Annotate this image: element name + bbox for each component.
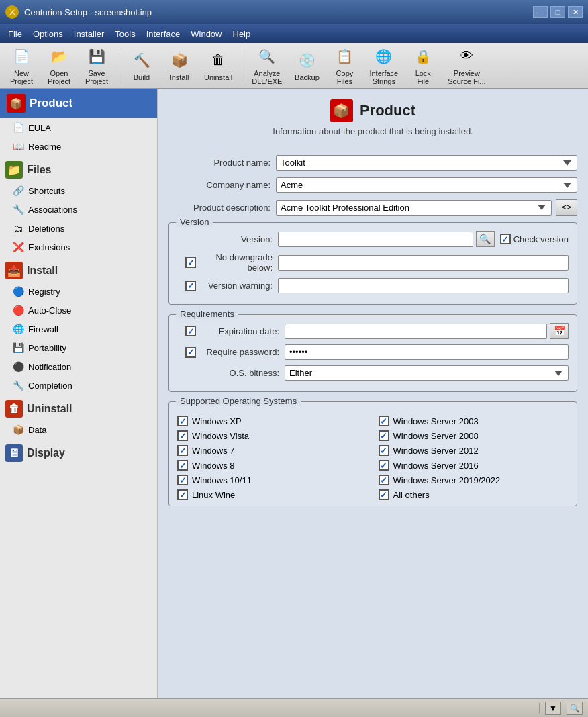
winserver2003-checkbox[interactable] [379,416,389,426]
content-subtitle: Information about the product that is be… [273,126,473,136]
backup-label: Backup [295,73,320,81]
analyze-dll-button[interactable]: 🔍 AnalyzeDLL/EXE [247,42,287,89]
sidebar-item-completion-label: Completion [28,381,72,391]
product-name-control: Toolkit [276,155,577,171]
winserver2012-checkbox[interactable] [379,445,389,456]
save-project-icon: 💾 [86,46,107,67]
sidebar-item-auto-close[interactable]: 🔴 Auto-Close [0,301,157,320]
menu-help[interactable]: Help [228,27,256,41]
menu-tools[interactable]: Tools [109,27,140,41]
sidebar-item-associations[interactable]: 🔧 Associations [0,200,157,219]
sidebar-item-readme[interactable]: 📖 Readme [0,137,157,156]
save-project-button[interactable]: 💾 SaveProject [79,42,114,89]
win7-checkbox[interactable] [177,445,188,456]
lock-file-icon: 🔒 [412,46,434,67]
preview-source-button[interactable]: 👁 PreviewSource Fi... [443,42,490,89]
version-warning-check-cell [177,281,204,291]
requirements-group: Requirements Expiration date: 12/21/2017… [168,314,577,392]
winvista-checkbox[interactable] [177,430,188,441]
sidebar-item-notification[interactable]: ⚫ Notification [0,357,157,376]
sidebar-item-deletions[interactable]: 🗂 Deletions [0,219,157,238]
expiration-input[interactable]: 12/21/2017 [285,324,547,339]
win8-checkbox[interactable] [177,460,188,471]
menu-file[interactable]: File [3,27,28,41]
company-name-row: Company name: Acme [168,177,577,193]
build-button[interactable]: 🔨 Build [124,46,159,85]
sidebar-section-display[interactable]: 🖥 Display [0,439,157,465]
sidebar-item-firewall[interactable]: 🌐 Firewall [0,320,157,338]
product-section-icon: 📦 [7,94,26,113]
company-name-select[interactable]: Acme [276,177,577,193]
version-browse-button[interactable]: 🔍 [476,231,495,247]
exclusions-icon: ❌ [12,241,24,253]
expression-button[interactable]: <> [556,199,577,216]
open-project-button[interactable]: 📂 OpenProject [42,42,77,89]
title-bar-text: Centurion Setup - screenshot.inp [24,7,528,17]
data-icon: 📦 [12,424,24,436]
menu-installer[interactable]: Installer [68,27,110,41]
no-downgrade-input[interactable]: 1.0 [278,255,569,271]
no-downgrade-checkbox[interactable] [185,257,196,268]
sidebar-section-files[interactable]: 📁 Files [0,156,157,181]
os-bitness-select[interactable]: Either 32-bit 64-bit [285,365,569,381]
expiration-checkbox[interactable] [185,326,196,336]
eula-icon: 📄 [12,122,24,134]
backup-button[interactable]: 💿 Backup [289,46,324,85]
new-project-label: NewProject [10,69,33,85]
menu-window[interactable]: Window [185,27,227,41]
new-project-button[interactable]: 📄 NewProject [4,42,39,89]
sidebar-item-eula[interactable]: 📄 EULA [0,118,157,137]
content-title: 📦 Product [330,99,415,122]
app-icon: ⚔ [5,5,19,19]
version-warning-input[interactable]: 2.0 [278,278,569,293]
version-input[interactable]: 2.1 [278,232,473,247]
install-button[interactable]: 📦 Install [162,46,197,85]
version-group: Version Version: 2.1 🔍 Check version No … [168,222,577,305]
calendar-button[interactable]: 📅 [550,323,569,339]
os-item-winserver2003: Windows Server 2003 [379,416,569,426]
sidebar-item-shortcuts[interactable]: 🔗 Shortcuts [0,181,157,200]
sidebar-item-completion[interactable]: 🔧 Completion [0,376,157,395]
sidebar-section-install[interactable]: 📥 Install [0,256,157,282]
win1011-checkbox[interactable] [177,475,188,485]
sidebar-item-firewall-label: Firewall [28,324,58,334]
sidebar-item-exclusions[interactable]: ❌ Exclusions [0,238,157,256]
sidebar-section-uninstall[interactable]: 🗑 Uninstall [0,395,157,420]
version-warning-checkbox[interactable] [185,281,196,291]
allothers-checkbox[interactable] [379,489,389,500]
status-search-button[interactable]: 🔍 [567,702,583,715]
uninstall-button[interactable]: 🗑 Uninstall [199,46,237,85]
sidebar-item-registry[interactable]: 🔵 Registry [0,282,157,301]
winserver2016-label: Windows Server 2016 [393,461,479,471]
os-item-win1011: Windows 10/11 [177,475,368,485]
auto-close-icon: 🔴 [12,304,24,316]
os-item-winvista: Windows Vista [177,430,368,441]
menu-options[interactable]: Options [28,27,68,41]
status-bar: ▼ 🔍 [0,698,588,717]
sidebar-item-data[interactable]: 📦 Data [0,420,157,439]
minimize-button[interactable]: — [533,6,548,18]
close-button[interactable]: ✕ [568,6,583,18]
require-password-checkbox[interactable] [185,347,196,358]
check-version-checkbox[interactable] [500,234,511,244]
winserver2008-checkbox[interactable] [379,430,389,441]
interface-strings-button[interactable]: 🌐 InterfaceStrings [364,42,403,89]
linuxwine-checkbox[interactable] [177,489,188,500]
lock-file-button[interactable]: 🔒 LockFile [405,42,440,89]
status-dropdown-button[interactable]: ▼ [545,702,561,715]
uninstall-section-icon: 🗑 [5,400,23,418]
maximize-button[interactable]: □ [550,6,565,18]
product-desc-select[interactable]: Acme Toolkit Professional Edition [276,200,552,216]
sidebar-item-product[interactable]: 📦 Product [0,89,157,118]
copy-files-label: CopyFiles [336,69,354,85]
sidebar-item-portability[interactable]: 💾 Portability [0,338,157,357]
winserver2016-checkbox[interactable] [379,460,389,471]
menu-interface[interactable]: Interface [141,27,186,41]
check-version-wrap: Check version [500,234,569,244]
product-name-select[interactable]: Toolkit [276,155,577,171]
winserver2019-checkbox[interactable] [379,475,389,485]
winserver2003-label: Windows Server 2003 [393,416,479,426]
require-password-input[interactable]: ****** [285,344,569,360]
winxp-checkbox[interactable] [177,416,188,426]
copy-files-button[interactable]: 📋 CopyFiles [327,42,362,89]
